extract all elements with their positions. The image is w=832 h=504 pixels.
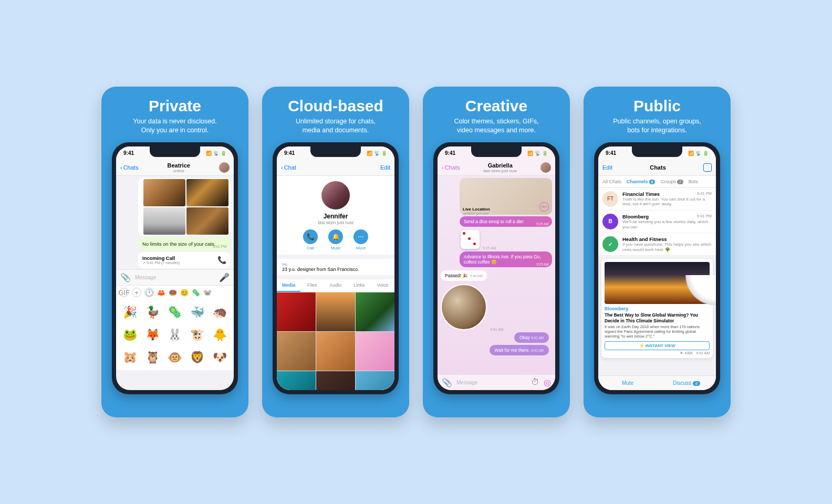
- more-button[interactable]: ⋯More: [353, 229, 368, 250]
- photo-grid-message[interactable]: [138, 178, 231, 236]
- sticker-item[interactable]: 🦁: [186, 346, 208, 368]
- call-button[interactable]: 📞Call: [303, 229, 318, 250]
- sticker-item[interactable]: 🦉: [142, 346, 163, 368]
- media-thumbnail[interactable]: [316, 332, 355, 371]
- battery-icon: 🔋: [542, 151, 548, 156]
- chat-title[interactable]: Gabriellalast seen just now: [460, 162, 540, 173]
- back-button[interactable]: ‹ Chat: [281, 164, 296, 171]
- filter-channels[interactable]: Channels8: [627, 179, 655, 184]
- battery-icon: 🔋: [703, 151, 709, 156]
- message-bubble[interactable]: No limits on the size of your cats. 9:41…: [138, 238, 231, 250]
- sticker-pack-icon[interactable]: 🦠: [192, 289, 200, 297]
- mute-button[interactable]: 🔔Mute: [328, 229, 343, 250]
- feature-card-creative: Creative Color themes, stickers, GIFs,vi…: [423, 87, 570, 417]
- bio-section: bio 23 y.o. designer from San Francisco.: [277, 259, 394, 275]
- message-input[interactable]: Message: [135, 275, 215, 280]
- media-thumbnail[interactable]: [356, 332, 394, 371]
- media-tabs: Media Files Audio Links Voice: [277, 279, 394, 292]
- dice-sticker[interactable]: [461, 230, 480, 249]
- tab-links[interactable]: Links: [347, 279, 371, 292]
- profile-name: Jennifer: [324, 213, 348, 220]
- card-subtitle: Your data is never disclosed.Only you ar…: [133, 117, 216, 135]
- discuss-button[interactable]: Discuss8: [657, 376, 716, 390]
- profile-header: Jennifer last seen just now 📞Call 🔔Mute …: [277, 176, 394, 255]
- article-preview[interactable]: Bloomberg The Best Way to Slow Global Wa…: [601, 259, 713, 358]
- sticker-pack-icon[interactable]: 😊: [180, 289, 189, 297]
- video-message[interactable]: [441, 284, 487, 330]
- chat-list-item[interactable]: ✓ Health and FitnessIf you have question…: [598, 233, 716, 256]
- phone-icon[interactable]: 📞: [217, 256, 226, 264]
- outgoing-message[interactable]: Okay 9:41 AM: [514, 332, 549, 343]
- instant-view-button[interactable]: ⚡ INSTANT VIEW: [605, 341, 710, 350]
- media-thumbnail[interactable]: [316, 292, 355, 331]
- sticker-item[interactable]: 🦠: [164, 302, 186, 323]
- sticker-item[interactable]: 🐸: [119, 324, 141, 346]
- tab-media[interactable]: Media: [277, 279, 300, 292]
- media-thumbnail[interactable]: [277, 371, 316, 390]
- edit-button[interactable]: Edit: [380, 164, 390, 171]
- add-sticker-button[interactable]: +: [132, 288, 141, 297]
- sticker-pack-icon[interactable]: 🦀: [157, 289, 165, 297]
- sticker-icon[interactable]: ◎: [544, 377, 551, 387]
- filter-groups[interactable]: Groups7: [660, 179, 683, 184]
- photo-thumbnail[interactable]: [143, 179, 185, 206]
- tab-voice[interactable]: Voice: [371, 279, 394, 292]
- sticker-item[interactable]: 🐰: [164, 324, 186, 346]
- timer-icon[interactable]: ⏱: [531, 377, 539, 387]
- incoming-message[interactable]: Passed! 🎉9:40 AM: [441, 270, 487, 281]
- chat-list-item[interactable]: FT Financial Times9:41 PMTruth is like t…: [598, 188, 716, 211]
- sticker-item[interactable]: 🦔: [209, 302, 231, 323]
- sticker-item[interactable]: 🐹: [119, 346, 141, 368]
- sticker-pack-icon[interactable]: 🍩: [169, 289, 177, 297]
- photo-thumbnail[interactable]: [186, 207, 228, 235]
- call-message[interactable]: Incoming Call ↗ 9:41 PM (7 minutes) 📞: [138, 252, 231, 268]
- profile-avatar[interactable]: [321, 181, 350, 209]
- avatar[interactable]: [219, 162, 230, 173]
- photo-thumbnail[interactable]: [143, 207, 185, 235]
- attach-icon[interactable]: 📎: [120, 272, 131, 282]
- outgoing-message[interactable]: Send a dice emoji to roll a die!9:25 AM: [460, 216, 552, 227]
- feature-card-public: Public Public channels, open groups,bots…: [584, 87, 731, 417]
- compose-icon[interactable]: [703, 163, 712, 172]
- gif-tab[interactable]: GIF: [119, 288, 129, 297]
- sticker-item[interactable]: 🦊: [142, 324, 163, 346]
- media-thumbnail[interactable]: [316, 371, 355, 390]
- card-title: Public: [633, 97, 681, 115]
- message-input[interactable]: Message: [456, 380, 527, 385]
- chat-title[interactable]: Beatriceonline: [138, 162, 219, 173]
- mute-button[interactable]: Mute: [598, 376, 657, 390]
- sticker-item[interactable]: 🎉: [119, 302, 141, 323]
- sticker-item[interactable]: 🐳: [186, 302, 208, 323]
- filter-bots[interactable]: Bots: [689, 179, 698, 184]
- sticker-item[interactable]: 🐮: [186, 324, 208, 346]
- live-location-message[interactable]: Live Location updated just now 5m: [460, 178, 552, 215]
- sticker-pack-icon[interactable]: 🐭: [203, 289, 212, 297]
- media-thumbnail[interactable]: [356, 371, 394, 390]
- photo-thumbnail[interactable]: [186, 179, 228, 206]
- signal-icon: 📶: [688, 151, 694, 156]
- card-subtitle: Color themes, stickers, GIFs,video messa…: [454, 117, 538, 135]
- edit-button[interactable]: Edit: [602, 164, 612, 171]
- filter-all[interactable]: All Chats: [602, 179, 621, 184]
- back-button[interactable]: ‹ Chats: [442, 164, 460, 171]
- sticker-item[interactable]: 🐵: [164, 346, 186, 368]
- recent-tab[interactable]: 🕐: [144, 288, 154, 297]
- tab-files[interactable]: Files: [300, 279, 324, 292]
- outgoing-message[interactable]: Advance to Illinois Ave. If you pass Go,…: [460, 251, 552, 267]
- attach-icon[interactable]: 📎: [442, 377, 452, 387]
- avatar[interactable]: [540, 162, 551, 173]
- channel-avatar: B: [602, 214, 618, 229]
- sticker-grid: 🎉 🦆 🦠 🐳 🦔 🐸 🦊 🐰 🐮 🐥 🐹 🦉 🐵 🦁 🐶: [116, 300, 234, 370]
- phone-mockup: 9:41 📶📡🔋 ‹ Chats Gabriellalast seen just…: [433, 142, 559, 394]
- tab-audio[interactable]: Audio: [324, 279, 348, 292]
- back-button[interactable]: ‹ Chats: [120, 164, 138, 171]
- sticker-item[interactable]: 🦆: [142, 302, 163, 323]
- sticker-item[interactable]: 🐶: [209, 346, 231, 368]
- media-thumbnail[interactable]: [277, 292, 316, 331]
- sticker-item[interactable]: 🐥: [209, 324, 231, 346]
- outgoing-message[interactable]: Wait for me there. 9:41 AM: [490, 345, 549, 355]
- media-thumbnail[interactable]: [356, 292, 394, 331]
- chat-list-item[interactable]: B Bloomberg9:41 PMWe'll be sending you a…: [598, 211, 716, 233]
- mic-icon[interactable]: 🎤: [219, 272, 230, 282]
- media-thumbnail[interactable]: [277, 332, 316, 371]
